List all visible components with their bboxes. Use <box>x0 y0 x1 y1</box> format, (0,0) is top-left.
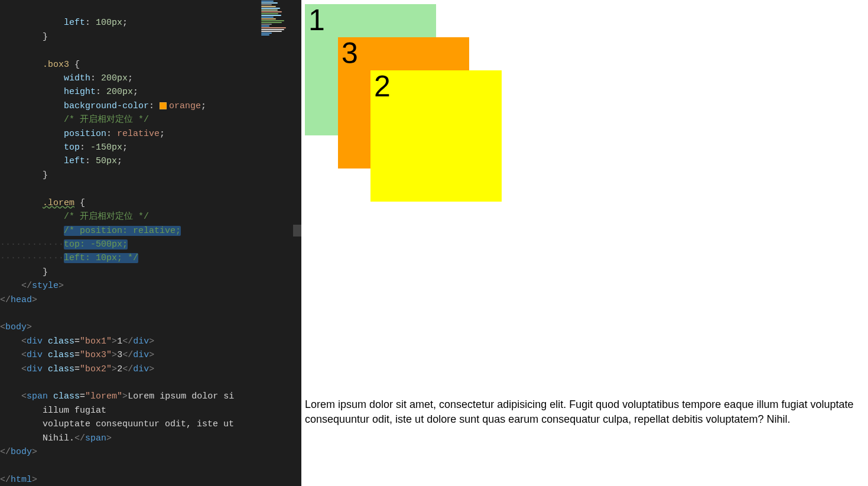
css-value: orange <box>169 101 201 111</box>
html-tag: style <box>32 281 58 291</box>
css-value: 50px <box>96 156 117 166</box>
code-editor-panel[interactable]: left: 100px; } .box3 { width: 200px; hei… <box>0 0 301 486</box>
css-value: relative <box>117 129 160 139</box>
html-text: 3 <box>117 350 122 360</box>
html-attr: class <box>48 350 74 360</box>
preview-lorem-text: Lorem ipsum dolor sit amet, consectetur … <box>305 397 864 427</box>
html-tag: body <box>11 447 32 457</box>
vertical-scrollbar[interactable] <box>293 225 301 236</box>
css-value: 200px <box>106 87 133 97</box>
css-prop: background-color <box>64 101 149 111</box>
css-selector: .box3 <box>43 60 69 70</box>
css-comment-selected: /* position: relative; <box>64 226 181 236</box>
css-prop: height <box>64 87 96 97</box>
html-attr-value: "box1" <box>80 336 112 346</box>
css-value: 100px <box>96 18 122 28</box>
html-text: 1 <box>117 336 122 346</box>
html-text: Nihil. <box>43 433 74 443</box>
code-content[interactable]: left: 100px; } .box3 { width: 200px; hei… <box>0 0 301 486</box>
html-tag: div <box>133 350 149 360</box>
css-prop: left <box>64 18 85 28</box>
html-attr-value: "box3" <box>80 350 112 360</box>
html-tag: div <box>27 364 43 374</box>
css-comment: /* 开启相对定位 */ <box>64 212 149 222</box>
color-swatch-icon <box>160 102 167 109</box>
html-attr: class <box>53 391 80 401</box>
html-attr-value: "box2" <box>80 364 112 374</box>
html-tag: html <box>11 475 32 485</box>
css-comment-selected: left: 10px; */ <box>64 253 138 263</box>
html-tag: body <box>5 322 27 332</box>
css-prop: top <box>64 142 80 153</box>
css-selector: .lorem <box>43 198 74 208</box>
css-comment-selected: top: -500px; <box>64 239 128 250</box>
preview-box-2: 2 <box>370 70 502 202</box>
css-prop: position <box>64 129 106 139</box>
html-attr: class <box>48 336 74 346</box>
html-tag: head <box>11 295 32 305</box>
html-attr: class <box>48 364 74 374</box>
html-text: illum fugiat <box>43 406 106 416</box>
html-text: Lorem ipsum dolor si <box>128 391 234 401</box>
css-comment: /* 开启相对定位 */ <box>64 115 149 125</box>
css-prop: width <box>64 73 90 83</box>
browser-preview-panel: 1 3 2 Lorem ipsum dolor sit amet, consec… <box>301 0 868 486</box>
html-tag: span <box>27 391 48 401</box>
css-value: 200px <box>101 73 128 83</box>
html-tag: div <box>27 350 43 360</box>
html-text: voluptate consequuntur odit, iste ut <box>43 419 234 429</box>
html-text: 2 <box>117 364 122 374</box>
minimap[interactable] <box>260 0 301 71</box>
css-prop: left <box>64 156 85 166</box>
html-attr-value: "lorem" <box>85 391 122 401</box>
html-tag: span <box>85 433 106 443</box>
html-tag: div <box>133 336 149 346</box>
css-value: -150px <box>90 142 122 153</box>
html-tag: div <box>27 336 43 346</box>
html-tag: div <box>133 364 149 374</box>
